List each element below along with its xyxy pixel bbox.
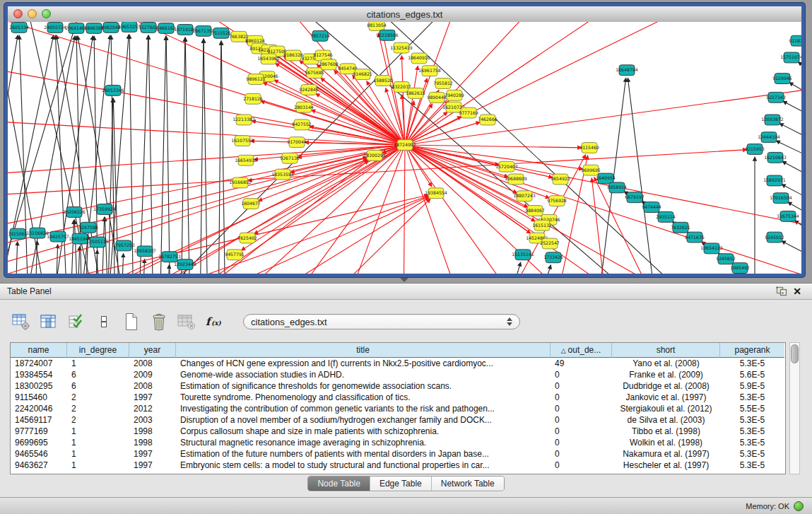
table-row[interactable]: 1456911722003Disruption of a novel membe… <box>11 414 785 426</box>
table-row[interactable]: 969969511998Structural magnetic resonanc… <box>11 437 785 448</box>
graph-node[interactable]: 2605334 <box>9 22 29 33</box>
column-header[interactable]: year <box>129 343 176 358</box>
table-vertical-scrollbar[interactable] <box>789 342 800 474</box>
network-canvas[interactable]: 2605334240557242069140618963889982048106… <box>8 22 801 274</box>
graph-node[interactable]: 2803144 <box>294 102 314 112</box>
graph-node[interactable]: 9227343 <box>766 92 786 103</box>
create-column-button[interactable] <box>122 312 141 332</box>
column-header[interactable]: short <box>612 343 720 358</box>
column-header[interactable]: pagerank <box>720 343 784 358</box>
memory-status-label[interactable]: Memory: OK <box>746 502 789 510</box>
graph-node[interactable]: 9129946 <box>772 74 792 84</box>
graph-node[interactable]: 1615132 <box>532 220 552 230</box>
graph-node[interactable]: 8215953 <box>745 144 765 155</box>
graph-node[interactable]: 6466162 <box>156 23 176 33</box>
graph-node[interactable]: 5675685 <box>305 68 324 78</box>
graph-node[interactable]: 18353594 <box>271 169 294 180</box>
graph-node[interactable]: 12923448 <box>174 259 196 270</box>
graph-node[interactable]: 17957253 <box>112 240 135 251</box>
network-window-titlebar[interactable]: citations_edges.txt <box>8 6 801 23</box>
column-header[interactable]: name <box>11 343 67 358</box>
graph-node[interactable]: 9654923 <box>551 174 570 185</box>
graph-node[interactable]: 10654112 <box>700 243 723 254</box>
graph-node[interactable]: 18807243 <box>513 191 536 201</box>
graph-node[interactable]: 9890448 <box>427 92 447 103</box>
graph-node[interactable]: 12093872 <box>761 115 784 125</box>
graph-node[interactable]: 7625402 <box>237 233 257 243</box>
graph-node[interactable]: 1588520 <box>373 76 393 86</box>
graph-node[interactable]: 3915061 <box>8 228 28 239</box>
graph-node[interactable]: 10653257 <box>118 22 141 32</box>
graph-node[interactable]: 1604677 <box>241 199 261 209</box>
column-header[interactable]: title <box>176 343 551 358</box>
graph-node[interactable]: 20206526 <box>63 207 86 218</box>
graph-node[interactable]: 8958924 <box>607 182 627 193</box>
graph-node[interactable]: 9457791 <box>225 250 245 260</box>
graph-node[interactable]: 8813054 <box>367 22 387 30</box>
graph-node[interactable]: 12444194 <box>758 132 780 143</box>
graph-node[interactable]: 2718126 <box>243 93 263 104</box>
table-row[interactable]: 2242004622012Investigating the contribut… <box>11 403 785 414</box>
graph-node[interactable]: 10958107 <box>134 246 156 257</box>
graph-node[interactable]: 16648794 <box>616 65 638 76</box>
graph-node[interactable]: 9118304 <box>789 35 801 46</box>
show-columns-button[interactable] <box>39 312 59 332</box>
memory-ok-indicator-icon[interactable] <box>794 501 804 511</box>
table-row[interactable]: 977716911998Corpus callosum shape and si… <box>11 426 785 437</box>
graph-node[interactable]: 8427552 <box>292 119 312 130</box>
graph-node[interactable]: 6679197 <box>625 192 645 203</box>
table-row[interactable]: 946554611997Estimation of the future num… <box>11 448 785 460</box>
graph-node[interactable]: 9756928 <box>547 196 567 206</box>
graph-node[interactable]: 11325419 <box>390 42 413 53</box>
graph-node[interactable]: 17359924 <box>93 204 116 215</box>
graph-node[interactable]: 7632621 <box>671 222 690 233</box>
splitter-handle[interactable] <box>400 278 408 282</box>
graph-node[interactable]: 16961758 <box>418 66 441 76</box>
scrollbar-thumb[interactable] <box>791 344 799 363</box>
graph-node[interactable]: 15892971 <box>763 175 786 186</box>
graph-node[interactable]: 7955812 <box>433 78 453 89</box>
float-window-button[interactable] <box>774 285 789 298</box>
graph-node[interactable]: 9267130 <box>280 153 300 163</box>
graph-node[interactable]: 19384554 <box>425 188 447 199</box>
graph-node[interactable]: 16210643 <box>764 152 787 163</box>
graph-node[interactable]: 10688609 <box>505 174 527 185</box>
graph-node[interactable]: 18300295 <box>363 150 386 160</box>
graph-node[interactable]: 9245652 <box>716 254 736 264</box>
row-selection-button[interactable] <box>66 312 86 332</box>
graph-node[interactable]: 16107553 <box>231 136 254 146</box>
graph-node[interactable]: 92218506 <box>376 30 399 40</box>
close-window-button[interactable] <box>13 9 23 18</box>
graph-node[interactable]: 7515526 <box>211 28 231 38</box>
graph-node[interactable]: 9115460 <box>579 143 599 153</box>
graph-node[interactable]: 7857214 <box>310 30 330 41</box>
column-header[interactable]: in_degree <box>67 343 129 358</box>
table-options-button[interactable] <box>11 312 31 332</box>
table-row[interactable]: 911546021997Tourette syndrome. Phenomeno… <box>11 392 785 403</box>
graph-node[interactable]: 11675344 <box>777 211 799 221</box>
graph-node[interactable]: 9896121 <box>246 74 266 85</box>
graph-node[interactable]: 9242845 <box>299 85 319 95</box>
graph-node[interactable]: 8186328 <box>283 50 303 61</box>
graph-node[interactable]: 2935114 <box>656 211 676 222</box>
graph-node[interactable]: 19425757 <box>47 231 69 242</box>
graph-node[interactable]: 17016504 <box>770 193 792 204</box>
graph-node[interactable]: 7940289 <box>445 90 464 100</box>
table-row[interactable]: 1872400712008Changes of HCN gene express… <box>11 358 785 369</box>
minimize-window-button[interactable] <box>28 9 37 18</box>
graph-node[interactable]: 9884067 <box>525 206 545 216</box>
table-select-dropdown[interactable]: citations_edges.txt <box>243 314 520 329</box>
graph-node[interactable]: 9245012 <box>765 232 784 243</box>
graph-node[interactable]: 24055724 <box>44 22 66 33</box>
graph-node[interactable]: 2522547 <box>540 238 560 249</box>
graph-node[interactable]: 19166852 <box>229 177 252 188</box>
graph-node[interactable]: 12505135 <box>86 237 109 247</box>
table-row[interactable]: 946362711997Embryonic stem cells: a mode… <box>11 460 785 471</box>
zoom-window-button[interactable] <box>42 9 51 18</box>
graph-node[interactable]: 15720407 <box>495 161 518 172</box>
graph-node[interactable]: 15135141 <box>512 250 534 260</box>
tab-edge-table[interactable]: Edge Table <box>370 477 432 491</box>
graph-node[interactable]: 26053346 <box>102 85 124 95</box>
graph-node[interactable]: 9699695 <box>581 165 601 175</box>
delete-column-button[interactable] <box>149 312 169 332</box>
